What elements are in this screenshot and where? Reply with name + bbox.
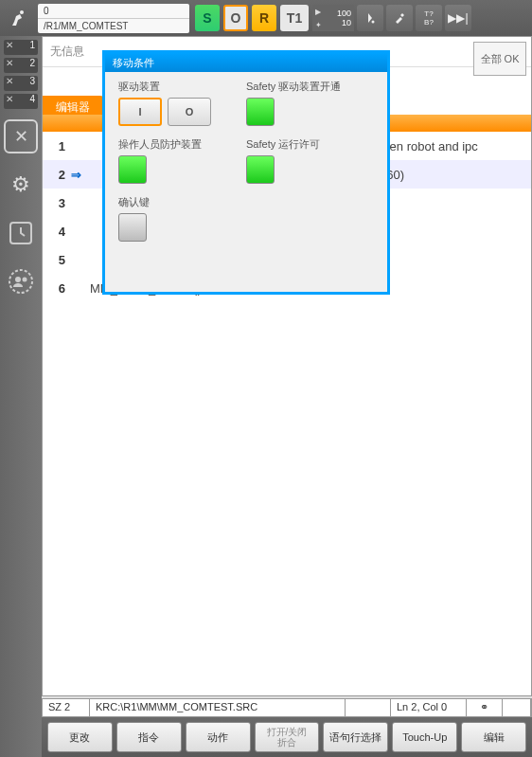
left-toolbar: ✕ ⚙ bbox=[0, 36, 42, 757]
guard-lamp bbox=[118, 155, 147, 184]
status-s[interactable]: S bbox=[195, 5, 220, 31]
dialog-title: 移动条件 bbox=[105, 53, 387, 72]
safety-run-label: Safety 运行许可 bbox=[246, 137, 374, 152]
users-icon[interactable] bbox=[4, 264, 38, 298]
status-pos: Ln 2, Col 0 bbox=[391, 699, 467, 716]
touchup-button[interactable]: Touch-Up bbox=[392, 722, 457, 752]
fold-button[interactable]: 打开/关闭 折合 bbox=[255, 722, 320, 752]
drive-o-button[interactable]: O bbox=[168, 98, 211, 126]
guard-label: 操作人员防护装置 bbox=[118, 137, 246, 152]
tb-icon[interactable]: T? B? bbox=[416, 5, 442, 31]
status-sz: SZ 2 bbox=[43, 699, 90, 716]
info-msg: 无信息 bbox=[50, 44, 84, 60]
mini-4[interactable] bbox=[4, 94, 38, 109]
mini-2[interactable] bbox=[4, 58, 38, 73]
pointer-icon: ⇒ bbox=[71, 168, 90, 182]
safety-run-lamp bbox=[246, 155, 275, 184]
status-r[interactable]: R bbox=[252, 5, 276, 31]
tb-b: B? bbox=[424, 18, 434, 27]
close-icon[interactable]: ✕ bbox=[4, 119, 38, 153]
skip-icon[interactable]: ▶▶| bbox=[445, 5, 471, 31]
gear-icon[interactable]: ⚙ bbox=[4, 168, 38, 202]
edit-button[interactable]: 编辑 bbox=[461, 722, 526, 752]
status-bar: SZ 2 KRC:\R1\MM\MM_COMTEST.SRC Ln 2, Col… bbox=[42, 698, 532, 717]
select-line-button[interactable]: 语句行选择 bbox=[323, 722, 388, 752]
path-line1: 0 bbox=[38, 4, 189, 19]
svg-point-5 bbox=[23, 278, 27, 282]
status-o[interactable]: O bbox=[223, 5, 248, 31]
action-button[interactable]: 动作 bbox=[186, 722, 251, 752]
tool-icon[interactable] bbox=[386, 5, 413, 31]
change-button[interactable]: 更改 bbox=[47, 722, 113, 752]
bottom-toolbar: 更改 指令 动作 打开/关闭 折合 语句行选择 Touch-Up 编辑 bbox=[42, 717, 532, 757]
svg-point-1 bbox=[372, 21, 375, 24]
safety-on-label: Safety 驱动装置开通 bbox=[246, 80, 374, 94]
svg-point-0 bbox=[20, 10, 24, 14]
program-path[interactable]: 0 /R1/MM_COMTEST bbox=[38, 4, 189, 33]
status-t1[interactable]: T1 bbox=[280, 5, 309, 31]
speed-2: 10 bbox=[342, 18, 351, 27]
drive-label: 驱动装置 bbox=[118, 80, 246, 94]
status-last bbox=[503, 699, 531, 716]
clock-icon[interactable] bbox=[4, 216, 38, 250]
svg-point-4 bbox=[15, 277, 21, 282]
robot-icon[interactable] bbox=[0, 0, 36, 36]
mini-1[interactable] bbox=[4, 40, 38, 55]
top-bar: 0 /R1/MM_COMTEST S O R T1 100 10 T? B? ▶… bbox=[0, 0, 532, 36]
mini-3[interactable] bbox=[4, 76, 38, 91]
confirm-lamp bbox=[118, 213, 147, 242]
speed-1: 100 bbox=[337, 9, 351, 18]
status-buttons: S O R T1 bbox=[195, 5, 309, 31]
link-icon: ⚭ bbox=[467, 699, 503, 716]
move-conditions-dialog: 移动条件 驱动装置 I O Safety 驱动装置开通 操作人员防护装置 Saf… bbox=[102, 50, 390, 295]
all-ok-button[interactable]: 全部 OK bbox=[473, 42, 526, 76]
drive-i-button[interactable]: I bbox=[118, 98, 162, 126]
speed-indicator[interactable]: 100 10 bbox=[312, 5, 354, 31]
status-path: KRC:\R1\MM\MM_COMTEST.SRC bbox=[90, 699, 346, 716]
path-line2: /R1/MM_COMTEST bbox=[38, 19, 189, 33]
svg-point-3 bbox=[9, 270, 32, 293]
confirm-label: 确认键 bbox=[118, 195, 246, 209]
command-button[interactable]: 指令 bbox=[116, 722, 182, 752]
safety-on-lamp bbox=[246, 98, 275, 126]
tb-t: T? bbox=[424, 9, 433, 18]
run-icon[interactable] bbox=[357, 5, 383, 31]
